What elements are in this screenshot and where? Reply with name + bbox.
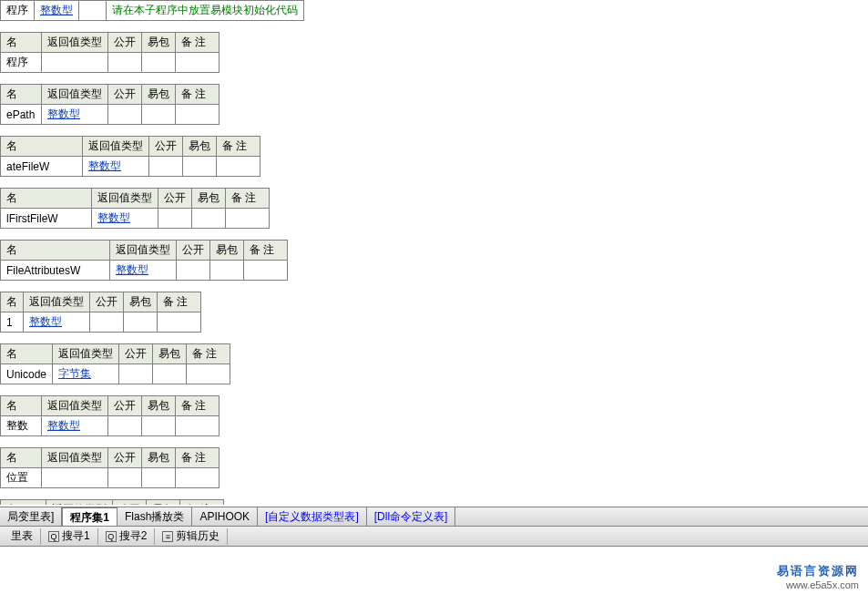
tab-custom-datatypes[interactable]: [自定义数据类型表] [258, 507, 367, 526]
col-pkg-header: 易包 [210, 241, 244, 261]
name-cell[interactable]: Unicode [1, 364, 53, 384]
name-cell[interactable]: 位置 [1, 468, 42, 488]
name-cell[interactable]: FileAttributesW [1, 261, 110, 281]
col-name-header: 名 [1, 292, 24, 312]
remark-cell[interactable] [176, 416, 220, 436]
status-search-2[interactable]: Q 搜寻2 [98, 528, 156, 545]
table-header-row: 名 返回值类型 公开 易包 备 注 [1, 344, 230, 364]
name-cell[interactable]: ePath [1, 105, 42, 125]
col-pkg-header: 易包 [124, 292, 158, 312]
table-row[interactable]: 程序 整数型 请在本子程序中放置易模块初始化代码 [1, 1, 304, 21]
public-cell[interactable] [177, 261, 210, 281]
status-var-table[interactable]: 里表 [4, 528, 41, 545]
col-public-header: 公开 [108, 448, 142, 468]
remark-cell[interactable] [176, 105, 220, 125]
empty-cell [79, 1, 107, 21]
table-row[interactable]: 程序 [1, 53, 220, 73]
name-cell[interactable]: 1 [1, 312, 24, 333]
name-cell[interactable]: lFirstFileW [1, 209, 92, 229]
remark-cell[interactable] [176, 468, 220, 488]
status-clip-history[interactable]: ≡ 剪辑历史 [155, 528, 228, 545]
type-cell[interactable]: 整数型 [42, 416, 108, 436]
remark-cell[interactable] [244, 261, 288, 281]
func-block: 名 返回值类型 公开 易包 备 注 ePath 整数型 [0, 84, 868, 125]
func-block: 名 返回值类型 公开 易包 备 注 FileAttributesW 整数型 [0, 240, 868, 281]
type-cell[interactable]: 整数型 [42, 105, 108, 125]
func-block: 名 返回值类型 公开 易包 备 注 lFirstFileW 整数型 [0, 188, 868, 229]
tab-dll-commands[interactable]: [Dll命令定义表] [367, 507, 456, 526]
col-rettype-header: 返回值类型 [46, 500, 113, 506]
function-table: 名 返回值类型 公开 易包 备 注 程序1_ 整数型 [0, 499, 224, 505]
tab-global-vars[interactable]: 局变里表] [0, 507, 62, 526]
table-header-row: 名 返回值类型 公开 易包 备 注 [1, 448, 220, 468]
type-cell[interactable]: 整数型 [35, 1, 79, 21]
name-cell[interactable]: 整数 [1, 416, 42, 436]
table-row[interactable]: 位置 [1, 468, 220, 488]
pkg-cell[interactable] [142, 105, 176, 125]
type-cell[interactable]: 字节集 [53, 364, 119, 384]
remark-cell[interactable] [187, 364, 230, 384]
public-cell[interactable] [149, 157, 183, 177]
table-header-row: 名 返回值类型 公开 易包 备 注 [1, 189, 270, 209]
col-rettype-header: 返回值类型 [42, 396, 108, 416]
pkg-cell[interactable] [142, 53, 176, 73]
public-cell[interactable] [90, 312, 124, 333]
col-name-header: 名 [1, 344, 53, 364]
tab-apihook[interactable]: APIHOOK [192, 507, 258, 526]
col-name-header: 名 [1, 137, 83, 157]
status-search-1[interactable]: Q 搜寻1 [41, 528, 98, 545]
tab-flash-play[interactable]: Flash播放类 [117, 507, 192, 526]
public-cell[interactable] [158, 209, 192, 229]
table-row[interactable]: lFirstFileW 整数型 [1, 209, 270, 229]
status-label: 搜寻1 [62, 528, 90, 544]
col-remark-header: 备 注 [244, 241, 288, 261]
table-header-row: 名 返回值类型 公开 易包 备 注 [1, 137, 260, 157]
table-row[interactable]: 1 整数型 [1, 312, 201, 333]
type-cell[interactable]: 整数型 [110, 261, 177, 281]
public-cell[interactable] [108, 105, 142, 125]
col-public-header: 公开 [90, 292, 124, 312]
col-pkg-header: 易包 [142, 448, 176, 468]
col-public-header: 公开 [149, 137, 183, 157]
pkg-cell[interactable] [142, 468, 176, 488]
col-pkg-header: 易包 [142, 396, 176, 416]
table-row[interactable]: Unicode 字节集 [1, 364, 230, 384]
remark-cell[interactable] [158, 312, 201, 333]
table-row[interactable]: ateFileW 整数型 [1, 157, 260, 177]
pkg-cell[interactable] [210, 261, 244, 281]
remark-cell[interactable] [176, 53, 220, 73]
pkg-cell[interactable] [124, 312, 158, 333]
type-cell[interactable] [42, 468, 108, 488]
public-cell[interactable] [108, 468, 142, 488]
remark-cell: 请在本子程序中放置易模块初始化代码 [107, 1, 304, 21]
remark-cell[interactable] [226, 209, 270, 229]
type-cell[interactable]: 整数型 [92, 209, 158, 229]
remark-cell[interactable] [217, 157, 260, 177]
public-cell[interactable] [108, 53, 142, 73]
pkg-cell[interactable] [192, 209, 226, 229]
tab-program-set-1[interactable]: 程序集1 [62, 507, 117, 526]
type-cell[interactable] [42, 53, 108, 73]
table-row[interactable]: FileAttributesW 整数型 [1, 261, 288, 281]
col-remark-header: 备 注 [187, 344, 230, 364]
public-cell[interactable] [108, 416, 142, 436]
col-name-header: 名 [1, 500, 46, 506]
pkg-cell[interactable] [153, 364, 187, 384]
col-remark-header: 备 注 [176, 396, 220, 416]
name-cell[interactable]: ateFileW [1, 157, 83, 177]
public-cell[interactable] [119, 364, 153, 384]
table-row[interactable]: ePath 整数型 [1, 105, 220, 125]
table-row[interactable]: 整数 整数型 [1, 416, 220, 436]
type-cell[interactable]: 整数型 [24, 312, 90, 333]
name-cell[interactable]: 程序 [1, 53, 42, 73]
func-block: 名 返回值类型 公开 易包 备 注 1 整数型 [0, 292, 868, 333]
func-block: 名 返回值类型 公开 易包 备 注 Unicode 字节集 [0, 343, 868, 384]
type-cell[interactable]: 整数型 [83, 157, 149, 177]
col-pkg-header: 易包 [153, 344, 187, 364]
func-block: 名 返回值类型 公开 易包 备 注 整数 整数型 [0, 395, 868, 436]
pkg-cell[interactable] [183, 157, 217, 177]
func-block: 名 返回值类型 公开 易包 备 注 程序 [0, 32, 868, 73]
col-remark-header: 备 注 [217, 137, 260, 157]
col-public-header: 公开 [108, 85, 142, 105]
pkg-cell[interactable] [142, 416, 176, 436]
